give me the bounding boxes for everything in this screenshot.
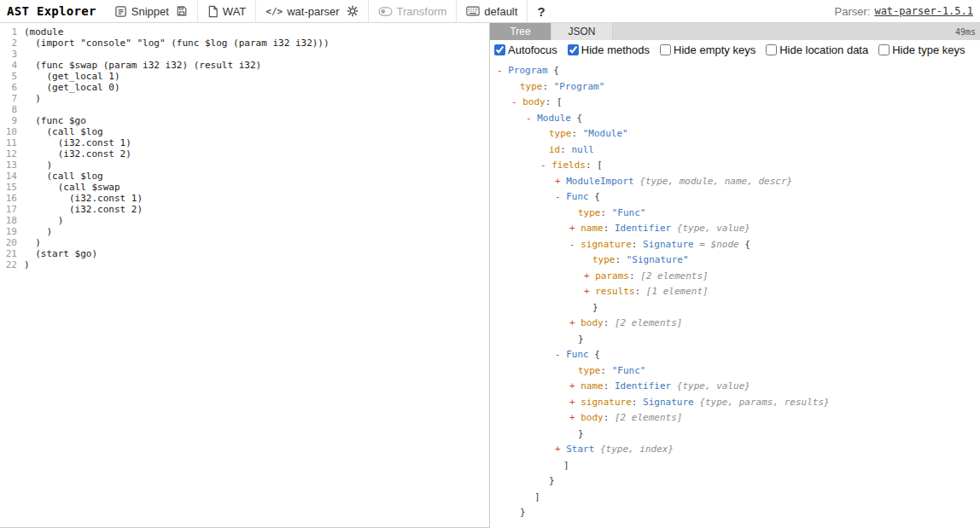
expand-marker[interactable]: + xyxy=(584,286,595,297)
node-name[interactable]: Func xyxy=(566,191,589,202)
node-name[interactable]: Start xyxy=(566,444,594,455)
expand-marker[interactable]: + xyxy=(555,176,566,187)
code-editor[interactable]: 1(module2 (import "console" "log" (func … xyxy=(0,23,490,528)
tree-line[interactable]: + name: Identifier {type, value} xyxy=(490,221,980,237)
help-button[interactable]: ? xyxy=(534,0,548,22)
code-line[interactable]: 13 ) xyxy=(0,160,489,171)
option-hide-location-data-checkbox[interactable] xyxy=(766,44,777,55)
expand-marker[interactable]: + xyxy=(569,412,580,423)
option-hide-location-data[interactable]: Hide location data xyxy=(766,44,868,56)
parser-version-link[interactable]: wat-parser-1.5.1 xyxy=(874,5,973,17)
tree-line[interactable]: - Func { xyxy=(490,189,980,206)
code-line[interactable]: 12 (i32.const 2) xyxy=(0,148,489,160)
tree-line[interactable]: } xyxy=(490,505,980,521)
expand-marker[interactable]: + xyxy=(569,397,580,408)
code-line[interactable]: 18 ) xyxy=(0,215,489,226)
tree-line[interactable]: } xyxy=(490,473,980,490)
expand-marker[interactable]: + xyxy=(569,317,580,328)
expand-marker[interactable]: + xyxy=(569,223,580,234)
tab-tree[interactable]: Tree xyxy=(490,23,551,40)
app-logo[interactable]: AST Explorer xyxy=(7,4,96,18)
code-line[interactable]: 1(module xyxy=(0,26,489,38)
option-hide-type-keys[interactable]: Hide type keys xyxy=(878,44,965,56)
tree-line[interactable]: } xyxy=(490,426,980,443)
collapse-marker[interactable]: - xyxy=(555,349,566,360)
code-line[interactable]: 10 (call $log xyxy=(0,126,489,137)
tree-line[interactable]: - fields: [ xyxy=(490,158,980,174)
option-hide-empty-keys-checkbox[interactable] xyxy=(660,44,671,55)
node-name[interactable]: Identifier xyxy=(615,380,671,392)
code-line[interactable]: 9 (func $go xyxy=(0,115,489,126)
collapse-marker[interactable]: - xyxy=(555,191,566,202)
tree-line[interactable]: + body: [2 elements] xyxy=(490,410,980,426)
expand-marker[interactable]: + xyxy=(584,270,595,281)
tab-json[interactable]: JSON xyxy=(551,23,613,40)
option-hide-methods[interactable]: Hide methods xyxy=(568,44,650,56)
node-name[interactable]: Signature xyxy=(643,239,694,250)
expand-marker[interactable]: + xyxy=(569,380,580,392)
save-button[interactable] xyxy=(172,0,191,22)
tree-line[interactable]: type: "Func" xyxy=(490,363,980,380)
code-line[interactable]: 2 (import "console" "log" (func $log (pa… xyxy=(0,38,489,49)
node-name[interactable]: Signature xyxy=(643,397,694,408)
tree-line[interactable]: + signature: Signature {type, params, re… xyxy=(490,395,980,411)
tree-line[interactable]: type: "Signature" xyxy=(490,252,980,269)
code-line[interactable]: 11 (i32.const 1) xyxy=(0,137,489,148)
tree-line[interactable]: - body: [ xyxy=(490,95,980,111)
language-button[interactable]: WAT xyxy=(204,0,249,22)
collapse-marker[interactable]: - xyxy=(569,239,580,250)
tree-line[interactable]: + Start {type, index} xyxy=(490,442,980,458)
parser-settings-button[interactable] xyxy=(343,0,362,22)
tree-line[interactable]: ] xyxy=(490,490,980,506)
tree-line[interactable]: id: null xyxy=(490,142,980,159)
option-hide-methods-checkbox[interactable] xyxy=(568,44,579,55)
expand-marker[interactable]: + xyxy=(555,444,566,455)
code-line[interactable]: 21 (start $go) xyxy=(0,248,489,259)
node-name[interactable]: Func xyxy=(566,349,589,360)
tree-line[interactable]: - signature: Signature = $node { xyxy=(490,237,980,253)
tree-line[interactable]: } xyxy=(490,332,980,348)
option-autofocus[interactable]: Autofocus xyxy=(494,44,557,56)
code-line[interactable]: 4 (func $swap (param i32 i32) (result i3… xyxy=(0,60,489,71)
option-autofocus-checkbox[interactable] xyxy=(494,44,505,55)
keymap-button[interactable]: default xyxy=(463,0,521,22)
code-line[interactable]: 8 xyxy=(0,104,489,115)
node-name[interactable]: Module xyxy=(537,113,571,124)
tree-line[interactable]: type: "Module" xyxy=(490,126,980,142)
collapse-marker[interactable]: - xyxy=(511,96,522,107)
option-hide-empty-keys[interactable]: Hide empty keys xyxy=(660,44,755,56)
collapse-marker[interactable]: - xyxy=(540,160,551,171)
tree-line[interactable]: } xyxy=(490,300,980,316)
code-line[interactable]: 22) xyxy=(0,259,489,270)
snippet-button[interactable]: Snippet xyxy=(111,0,172,22)
code-line[interactable]: 20 ) xyxy=(0,237,489,248)
code-line[interactable]: 14 (call $log xyxy=(0,171,489,182)
tree-line[interactable]: type: "Program" xyxy=(490,79,980,96)
tree-line[interactable]: type: "Func" xyxy=(490,206,980,222)
tree-line[interactable]: - Module { xyxy=(490,111,980,127)
node-name[interactable]: Program xyxy=(508,65,547,76)
node-name[interactable]: Identifier xyxy=(615,223,671,234)
option-hide-type-keys-checkbox[interactable] xyxy=(878,44,890,55)
code-line[interactable]: 6 (get_local 0) xyxy=(0,82,489,93)
tree-line[interactable]: - Func { xyxy=(490,347,980,363)
code-line[interactable]: 15 (call $swap xyxy=(0,182,489,193)
tree-line[interactable]: + results: [1 element] xyxy=(490,284,980,300)
collapse-marker[interactable]: - xyxy=(497,65,508,76)
code-line[interactable]: 16 (i32.const 1) xyxy=(0,193,489,204)
transform-toggle[interactable]: Transform xyxy=(375,0,451,22)
tree-line[interactable]: + ModuleImport {type, module, name, desc… xyxy=(490,174,980,190)
tree-line[interactable]: ] xyxy=(490,458,980,474)
code-line[interactable]: 19 ) xyxy=(0,226,489,237)
node-name[interactable]: ModuleImport xyxy=(566,176,633,187)
code-line[interactable]: 7 ) xyxy=(0,93,489,104)
code-line[interactable]: 17 (i32.const 2) xyxy=(0,204,489,215)
code-line[interactable]: 5 (get_local 1) xyxy=(0,71,489,82)
tree-line[interactable]: + body: [2 elements] xyxy=(490,316,980,332)
tree-line[interactable]: + name: Identifier {type, value} xyxy=(490,379,980,395)
tree-line[interactable]: + params: [2 elements] xyxy=(490,269,980,285)
tree-line[interactable]: - Program { xyxy=(490,63,980,79)
code-line[interactable]: 3 xyxy=(0,49,489,60)
parser-button[interactable]: </> wat-parser xyxy=(262,0,342,22)
collapse-marker[interactable]: - xyxy=(526,113,537,124)
